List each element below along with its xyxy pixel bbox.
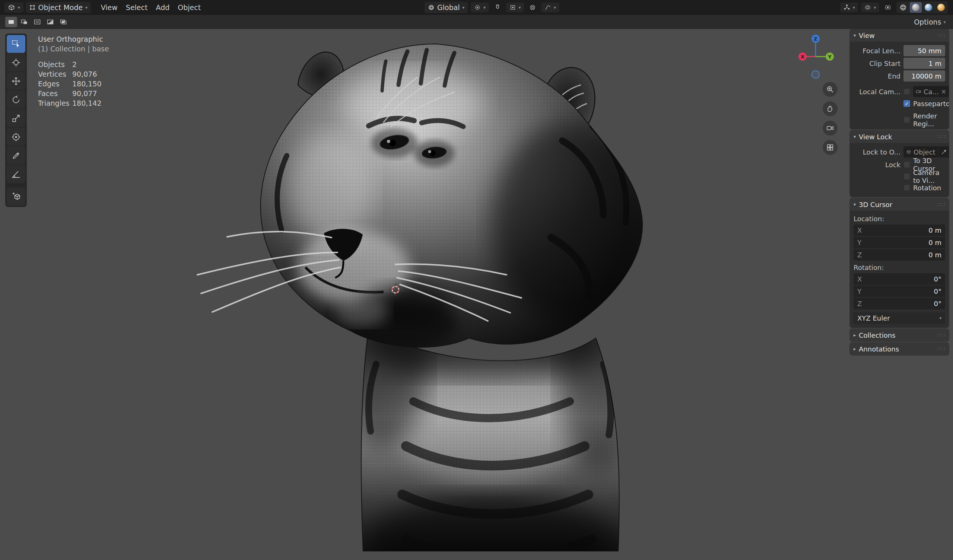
focal-length-row: Focal Len... 50 mm [854, 44, 945, 57]
panel-collections: ▸ Collections [850, 329, 949, 341]
tool-annotate[interactable] [7, 147, 25, 164]
rotation-mode-select[interactable]: XYZ Euler ▾ [854, 312, 945, 324]
snap-toggle[interactable] [492, 3, 503, 12]
gizmo-axis-neg-z[interactable] [812, 71, 819, 78]
camera-to-view-checkbox[interactable] [903, 173, 910, 180]
select-mode-subtract-button[interactable] [31, 17, 43, 27]
navigation-gizmo[interactable]: Z X Y [792, 32, 840, 81]
tool-measure[interactable] [7, 165, 25, 183]
cursor-rotation-y-field[interactable]: Y 0° [854, 285, 945, 297]
annotate-pen-icon [11, 151, 21, 160]
pivot-point-select[interactable]: ▾ [471, 3, 489, 12]
show-overlays-select[interactable]: ▾ [861, 3, 879, 12]
clip-end-field[interactable]: 10000 m [903, 70, 945, 82]
tool-scale[interactable] [7, 110, 25, 127]
hand-icon [826, 105, 834, 113]
chevron-down-icon: ▾ [85, 6, 87, 10]
gizmo-axis-z[interactable]: Z [812, 35, 820, 43]
xray-toggle[interactable] [882, 3, 893, 12]
menu-view[interactable]: View [97, 2, 122, 13]
select-extend-icon [20, 19, 28, 25]
perspective-toggle-button[interactable] [823, 140, 838, 155]
tool-cursor[interactable] [7, 54, 25, 71]
move-icon [11, 76, 21, 86]
cursor-tool-icon [11, 58, 21, 67]
passepartout-checkbox[interactable]: ✓ [903, 100, 910, 107]
zoom-button[interactable] [823, 82, 838, 97]
select-mode-extend-button[interactable] [18, 17, 30, 27]
cursor-location-x-field[interactable]: X 0 m [854, 225, 945, 236]
snap-settings-select[interactable]: ▾ [506, 3, 525, 12]
panel-grip-icon[interactable] [937, 203, 945, 206]
viewport-3d[interactable]: User Orthographic (1) Collection | base … [0, 29, 953, 560]
mode-select[interactable]: Object Mode ▾ [26, 2, 91, 13]
proportional-falloff-select[interactable]: ▾ [541, 3, 559, 12]
select-mode-new-button[interactable] [5, 17, 17, 27]
panel-view-lock: ▾ View Lock Lock to O... Object [850, 130, 949, 197]
camera-icon [916, 89, 921, 95]
options-menu[interactable]: Options ▾ [914, 18, 948, 26]
clear-icon[interactable]: × [941, 88, 946, 95]
tiger-model[interactable] [175, 29, 667, 560]
pan-button[interactable] [823, 101, 838, 116]
lock-rotation-checkbox[interactable] [903, 184, 910, 191]
panel-grip-icon[interactable] [937, 333, 945, 337]
select-invert-icon [47, 19, 54, 25]
tool-rotate[interactable] [7, 91, 25, 109]
select-mode-intersect-button[interactable] [57, 17, 69, 27]
shading-mode-group [896, 2, 948, 13]
panel-title: Collections [859, 331, 895, 339]
tool-transform[interactable] [7, 128, 25, 146]
menu-select[interactable]: Select [122, 2, 152, 13]
chevron-down-icon: ▾ [854, 134, 856, 139]
panel-view-header[interactable]: ▾ View [850, 29, 949, 42]
tool-move[interactable] [7, 72, 25, 90]
local-camera-field[interactable]: Ca... × [913, 86, 949, 97]
transform-orientation-select[interactable]: Global ▾ [425, 2, 468, 13]
viewport-nav-buttons [823, 82, 838, 155]
eyedropper-button[interactable] [939, 146, 949, 158]
shading-rendered-button[interactable] [935, 2, 947, 12]
camera-icon [826, 124, 834, 132]
shading-solid-button[interactable] [910, 2, 922, 12]
camera-view-button[interactable] [823, 121, 838, 135]
shading-material-button[interactable] [922, 2, 934, 12]
tool-add-cube[interactable] [7, 188, 25, 206]
local-camera-checkbox[interactable] [903, 88, 910, 95]
focal-length-field[interactable]: 50 mm [903, 45, 945, 56]
lock-to-object-row: Lock to O... Object [854, 146, 945, 158]
shading-wireframe-button[interactable] [897, 2, 909, 12]
show-gizmo-select[interactable]: ▾ [840, 3, 858, 12]
render-region-checkbox[interactable] [903, 116, 910, 123]
panel-3d-cursor-header[interactable]: ▾ 3D Cursor [850, 198, 949, 211]
cursor-location-z-field[interactable]: Z 0 m [854, 249, 945, 261]
menu-object[interactable]: Object [174, 2, 205, 13]
lock-to-3d-cursor-checkbox[interactable] [903, 161, 910, 168]
active-context: (1) Collection | base [38, 44, 109, 54]
pivot-icon [474, 4, 481, 11]
material-sphere-icon [925, 4, 932, 11]
cursor-location-y-field[interactable]: Y 0 m [854, 237, 945, 248]
clip-start-field[interactable]: 1 m [903, 58, 945, 69]
panel-view-lock-header[interactable]: ▾ View Lock [850, 130, 949, 143]
gizmo-axis-x[interactable]: X [798, 53, 807, 61]
cursor-3d-marker [388, 282, 403, 297]
proportional-editing-toggle[interactable] [527, 3, 538, 12]
rotation-label: Rotation: [854, 264, 945, 271]
lock-object-field[interactable]: Object [903, 146, 938, 158]
tool-box-select[interactable] [7, 35, 25, 53]
editor-type-button[interactable]: ▾ [5, 2, 23, 12]
menu-add[interactable]: Add [152, 2, 174, 13]
gizmo-axis-y[interactable]: Y [826, 53, 834, 61]
cursor-rotation-x-field[interactable]: X 0° [854, 273, 945, 285]
panel-annotations-header[interactable]: ▸ Annotations [850, 343, 949, 355]
panel-grip-icon[interactable] [937, 135, 945, 138]
panel-grip-icon[interactable] [937, 347, 945, 351]
chevron-down-icon: ▾ [939, 316, 941, 320]
toolbar-separator [7, 184, 25, 187]
cursor-rotation-z-field[interactable]: Z 0° [854, 298, 945, 309]
rotate-icon [11, 95, 21, 105]
panel-grip-icon[interactable] [937, 34, 945, 37]
panel-collections-header[interactable]: ▸ Collections [850, 329, 949, 341]
select-mode-invert-button[interactable] [44, 17, 56, 27]
